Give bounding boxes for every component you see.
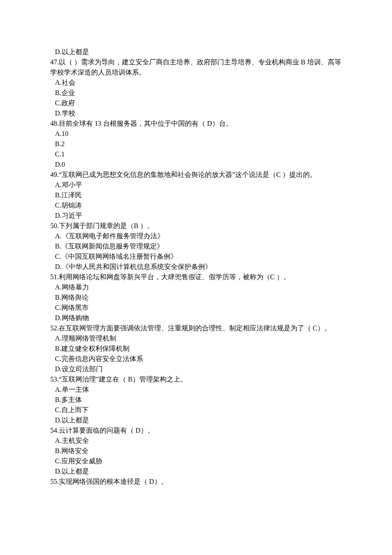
option-text: D.学校 <box>50 108 342 119</box>
question-stem: 48.目前全球有 13 台根服务器，其中位于中国的有（ D）台。 <box>50 119 342 129</box>
document-page: D.以上都是 47.以（ ）需求为导向，建立安全厂商自主培养、政府部门主导培养、… <box>0 0 392 529</box>
option-text: B.多主体 <box>50 395 342 405</box>
option-text: D.《中华人民共和国计算机信息系统安全保护条例》 <box>50 262 342 272</box>
option-text: D.0 <box>50 159 342 170</box>
question-stem: 51.利用网络论坛和网盘等新兴平台，大肆兜售假证、假学历等，被称为（C ）。 <box>50 272 342 282</box>
option-text: B.企业 <box>50 88 342 98</box>
question-stem: 49.“互联网已成为思想文化信息的集散地和社会舆论的放大器”这个说法是（C ）提… <box>50 170 342 180</box>
option-text: A.网络暴力 <box>50 282 342 292</box>
question-stem: 50.下列属于部门规章的是（B ）。 <box>50 221 342 231</box>
option-text: B.2 <box>50 139 342 149</box>
option-text: D.以上都是 <box>50 466 342 477</box>
question-stem: 55.实现网络强国的根本途径是（ D）。 <box>50 477 342 487</box>
option-text: B.网络安全 <box>50 446 342 456</box>
option-text: A.邓小平 <box>50 180 342 190</box>
option-text: A.《互联网电子邮件服务管理办法》 <box>50 231 342 241</box>
option-text: B.《互联网新闻信息服务管理规定》 <box>50 241 342 251</box>
option-text: C.网络黑市 <box>50 303 342 313</box>
option-text: D.设立司法部门 <box>50 364 342 374</box>
option-text: B.建立健全权利保障机制 <box>50 344 342 354</box>
option-text: D.以上都是 <box>50 47 342 57</box>
option-text: A.主机安全 <box>50 436 342 446</box>
option-text: C.政府 <box>50 98 342 108</box>
option-text: C.完善信息内容安全立法体系 <box>50 354 342 364</box>
option-text: D.习近平 <box>50 211 342 221</box>
question-stem: 52.在互联网管理方面要强调依法管理、注重规则的合理性、制定相应法律法规是为了（… <box>50 323 342 333</box>
option-text: C.自上而下 <box>50 405 342 415</box>
question-stem: 53.“互联网治理”建立在（ B）管理架构之上。 <box>50 374 342 384</box>
option-text: C.胡锦涛 <box>50 200 342 211</box>
option-text: A.理顺网络管理机制 <box>50 333 342 344</box>
option-text: A.10 <box>50 129 342 139</box>
option-text: B.网络舆论 <box>50 292 342 303</box>
option-text: A.社会 <box>50 78 342 88</box>
option-text: B.江泽民 <box>50 190 342 200</box>
question-stem: 47.以（ ）需求为导向，建立安全厂商自主培养、政府部门主导培养、专业机构商业 … <box>50 57 342 78</box>
option-text: C.应用安全威胁 <box>50 456 342 466</box>
option-text: C.1 <box>50 149 342 159</box>
option-text: D.网络购物 <box>50 313 342 323</box>
question-stem: 54.云计算要面临的问题有（ D）。 <box>50 425 342 436</box>
option-text: C.《中国互联网网络域名注册暂行条例》 <box>50 251 342 262</box>
option-text: D.以上都是 <box>50 415 342 425</box>
option-text: A.单一主体 <box>50 384 342 395</box>
